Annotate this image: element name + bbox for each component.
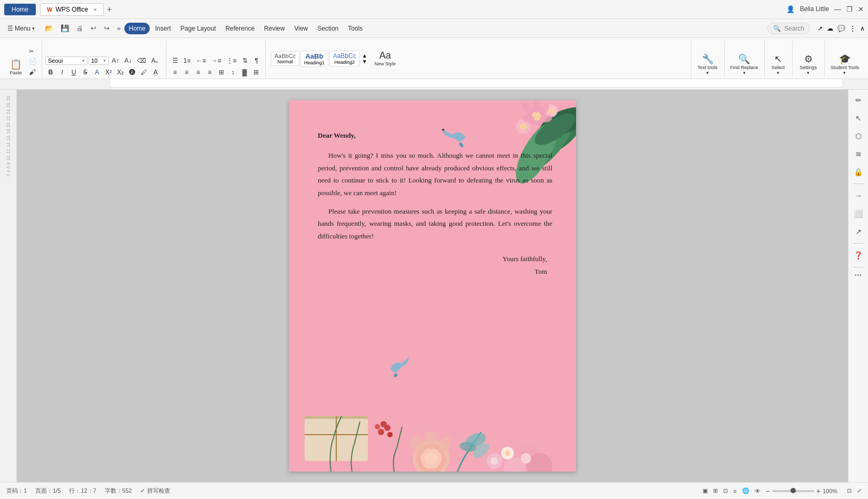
frame-icon[interactable]: ⬜ — [851, 206, 866, 221]
help-icon[interactable]: ❓ — [851, 248, 866, 263]
home-button[interactable]: Home — [4, 4, 36, 15]
print-icon[interactable]: 🖨 — [74, 23, 86, 34]
font-shrink-button[interactable]: A↓ — [122, 56, 134, 65]
share-icon[interactable]: ↗ — [817, 25, 823, 32]
read-mode-icon[interactable]: ≡ — [733, 488, 736, 494]
zoom-plus-button[interactable]: + — [816, 487, 821, 495]
lock-icon[interactable]: 🔒 — [851, 165, 866, 179]
show-marks-button[interactable]: ¶ — [251, 56, 262, 65]
columns-button[interactable]: ⊞ — [216, 68, 227, 77]
nav-page-layout[interactable]: Page Layout — [176, 23, 220, 34]
shading-button[interactable]: ▓ — [239, 68, 250, 77]
language-icon[interactable]: 🌐 — [742, 487, 749, 494]
close-window-icon[interactable]: ✕ — [858, 5, 864, 13]
nav-reference[interactable]: Reference — [221, 23, 259, 34]
outline-view-icon[interactable]: ⊞ — [713, 487, 718, 494]
cut-button[interactable]: ✂ — [27, 47, 38, 56]
style-scroll[interactable]: ▲ ▼ — [361, 52, 368, 65]
tab[interactable]: W WPS Office × — [40, 3, 104, 16]
more-options-icon[interactable]: ⋮ — [850, 25, 856, 32]
bullets-button[interactable]: ☰ — [170, 56, 180, 65]
nav-review[interactable]: Review — [260, 23, 289, 34]
layers-icon[interactable]: ≋ — [851, 147, 866, 161]
highlight-button[interactable]: 🖊 — [139, 68, 149, 77]
document-canvas[interactable]: Dear Wendy, How's it going? I miss you s… — [17, 90, 848, 482]
decrease-indent-button[interactable]: ←≡ — [194, 56, 208, 65]
font-size-dropdown[interactable]: 10 ▾ — [89, 56, 109, 65]
clear-format-button[interactable]: ⌫ — [135, 56, 148, 65]
redo-icon[interactable]: ↪ — [101, 23, 112, 34]
edit-icon[interactable]: ✏ — [851, 93, 866, 108]
align-left-button[interactable]: ≡ — [170, 68, 180, 77]
zoom-level[interactable]: 100% — [823, 488, 842, 494]
copy-button[interactable]: 📄 — [27, 57, 38, 66]
subscript-button[interactable]: X₂ — [115, 68, 126, 77]
underline-button[interactable]: U — [69, 68, 79, 77]
superscript-button[interactable]: X² — [103, 68, 114, 77]
paste-button[interactable]: 📋 Paste — [6, 58, 25, 77]
cloud-save-icon[interactable]: ☁ — [827, 25, 833, 32]
undo-icon[interactable]: ↩ — [88, 23, 99, 34]
nav-insert[interactable]: Insert — [151, 23, 175, 34]
increase-indent-button[interactable]: →≡ — [209, 56, 223, 65]
student-tools-button[interactable]: 🎓 Student Tools ▾ — [828, 53, 862, 77]
border-button[interactable]: ⊞ — [251, 68, 261, 77]
share-link-icon[interactable]: ↗ — [851, 224, 866, 239]
zoom-slider[interactable] — [772, 490, 814, 492]
scroll-down-icon[interactable]: ▼ — [362, 59, 367, 64]
select-arrow-icon[interactable]: ↖ — [851, 111, 866, 126]
minimize-icon[interactable]: — — [834, 5, 841, 13]
font-color2-button[interactable]: 🅐 — [127, 68, 138, 77]
page-view-icon[interactable]: ▣ — [703, 487, 708, 494]
numbering-button[interactable]: 1≡ — [181, 56, 193, 65]
expand-icon[interactable]: → — [851, 188, 866, 203]
save-icon[interactable]: 💾 — [58, 23, 72, 34]
multilevel-list-button[interactable]: ⋮≡ — [225, 56, 239, 65]
focus-mode-icon[interactable]: 👁 — [755, 488, 760, 494]
fullscreen-icon[interactable]: ⤢ — [857, 487, 862, 494]
zoom-minus-button[interactable]: − — [766, 487, 770, 495]
font-color-button[interactable]: A — [92, 68, 102, 77]
add-tab-icon[interactable]: + — [107, 5, 112, 14]
settings-button[interactable]: ⚙ Settings ▾ — [796, 53, 821, 77]
nav-view[interactable]: View — [290, 23, 312, 34]
search-box[interactable]: 🔍 Search — [767, 23, 810, 34]
nav-section[interactable]: Section — [313, 23, 343, 34]
shapes-icon[interactable]: ⬡ — [851, 129, 866, 143]
scroll-up-icon[interactable]: ▲ — [362, 53, 367, 59]
style-normal[interactable]: AaBbCc Normal — [271, 51, 299, 66]
more-tools-icon[interactable]: » — [114, 23, 123, 34]
menu-button[interactable]: ☰ Menu ▾ — [3, 23, 39, 34]
select-button[interactable]: ↖ Select ▾ — [768, 53, 789, 77]
open-file-icon[interactable]: 📂 — [42, 23, 56, 34]
close-tab-icon[interactable]: × — [93, 6, 96, 13]
text-tools-button[interactable]: 🔧 Text tools ▾ — [695, 53, 721, 77]
nav-home[interactable]: Home — [124, 23, 150, 34]
character-spacing-button[interactable]: Aᵥ — [149, 56, 160, 65]
strikethrough-button[interactable]: S̶ — [80, 68, 91, 77]
restore-icon[interactable]: ❐ — [846, 5, 853, 13]
more-panel-icon[interactable]: ••• — [854, 272, 862, 278]
font-grow-button[interactable]: A↑ — [110, 56, 121, 65]
style-heading1[interactable]: AaBb Heading1 — [300, 51, 328, 67]
find-replace-group: 🔍 Find Replace ▾ — [725, 40, 765, 79]
fit-width-icon[interactable]: ⊡ — [847, 487, 852, 494]
collapse-icon[interactable]: ∧ — [860, 25, 865, 32]
italic-button[interactable]: I — [57, 68, 67, 77]
find-replace-button[interactable]: 🔍 Find Replace ▾ — [728, 53, 761, 77]
align-center-button[interactable]: ≡ — [181, 68, 192, 77]
justify-button[interactable]: ≡ — [204, 68, 215, 77]
nav-tools[interactable]: Tools — [344, 23, 367, 34]
text-shadow-button[interactable]: A̤ — [150, 68, 161, 77]
spell-check-toggle[interactable]: ✓ 拼写检查 — [140, 487, 170, 495]
new-style-button[interactable]: Aa New Style — [372, 40, 399, 77]
align-right-button[interactable]: ≡ — [193, 68, 203, 77]
font-name-dropdown[interactable]: Seoui ▾ — [45, 56, 87, 65]
comment-icon[interactable]: 💬 — [837, 25, 845, 32]
format-painter-button[interactable]: 🖌 — [27, 67, 38, 77]
bold-button[interactable]: B — [45, 68, 56, 77]
line-spacing-button[interactable]: ↕ — [228, 68, 238, 77]
style-heading2[interactable]: AaBbCc Heading2 — [329, 51, 360, 66]
web-view-icon[interactable]: ⊡ — [723, 487, 728, 494]
sort-button[interactable]: ⇅ — [240, 56, 250, 65]
